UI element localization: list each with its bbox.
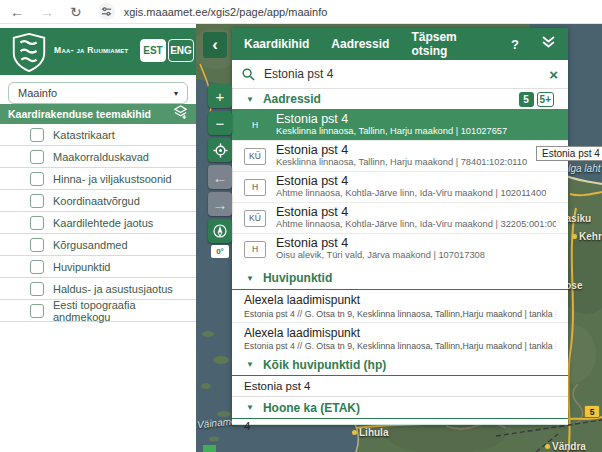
checkbox[interactable] <box>30 238 44 252</box>
address-bar[interactable]: xgis.maaamet.ee/xgis2/page/app/maainfo <box>98 3 328 20</box>
section-header-aadressid[interactable]: ▼ Aadressid 5 5+ <box>232 89 568 109</box>
result-subtitle: Oisu alevik, Türi vald, Järva maakond | … <box>276 250 485 262</box>
poi-result-row[interactable]: Alexela laadimispunkt Estonia pst 4 // G… <box>232 322 568 354</box>
collapse-chevrons-icon[interactable] <box>541 35 556 53</box>
locate-icon <box>213 143 228 158</box>
section-header-koik-huvipunktid[interactable]: ▼ Kõik huvipunktid (hp) <box>232 354 568 376</box>
search-icon <box>242 68 255 81</box>
clear-search-icon[interactable]: × <box>549 67 558 82</box>
zoom-out-button[interactable]: − <box>208 111 232 135</box>
checkbox[interactable] <box>30 304 44 318</box>
poi-result-row[interactable]: Alexela laadimispunkt Estonia pst 4 // G… <box>232 290 568 322</box>
layer-row-katastrikaart[interactable]: Katastrikaart <box>0 124 196 146</box>
triangle-down-icon: ▼ <box>246 95 254 104</box>
checkbox[interactable] <box>30 172 44 186</box>
checkbox[interactable] <box>30 150 44 164</box>
address-result-row[interactable]: KÜ Estonia pst 4 Ahtme linnaosa, Kohtla-… <box>232 202 568 233</box>
map-label-vandra: Vändra <box>545 441 586 452</box>
result-title: Estonia pst 4 <box>276 174 546 188</box>
search-bar: × <box>232 60 568 89</box>
checkbox[interactable] <box>30 194 44 208</box>
road-shield-5: 5 <box>584 405 600 418</box>
compass-icon <box>212 223 228 239</box>
result-type-badge: H <box>244 116 266 133</box>
result-subtitle: Kesklinna linnaosa, Tallinn, Harju maako… <box>276 157 527 169</box>
history-forward-button[interactable]: → <box>208 192 232 216</box>
layer-row-haldus-ja-asustusjaotus[interactable]: Haldus- ja asustusjaotus <box>0 278 196 300</box>
browser-reload-icon[interactable]: ↻ <box>70 5 82 19</box>
town-dot-icon <box>545 444 550 449</box>
layer-row-eesti-topograafia-andmekogu[interactable]: Eesti topograafia andmekogu <box>0 300 196 322</box>
address-result-row[interactable]: H Estonia pst 4 Ahtme linnaosa, Kohtla-J… <box>232 171 568 202</box>
rotation-indicator[interactable]: 0° <box>211 245 229 258</box>
map-label-kehra: Kehra <box>572 231 602 242</box>
result-subtitle: Ahtme linnaosa, Kohtla-Järve linn, Ida-V… <box>276 219 556 231</box>
language-eng-button[interactable]: ENG <box>168 39 194 62</box>
result-title: Estonia pst 4 <box>276 143 527 157</box>
result-type-badge: KÜ <box>244 210 266 227</box>
address-result-row[interactable]: KÜ Estonia pst 4 Kesklinna linnaosa, Tal… <box>232 140 568 171</box>
address-result-row[interactable]: H Estonia pst 4 Oisu alevik, Türi vald, … <box>232 233 568 264</box>
app-dropdown-value: Maainfo <box>18 87 174 99</box>
section-header-hoone-ka-etak[interactable]: ▼ Hoone ka (ETAK) <box>232 397 568 419</box>
layer-row-kaardilehtede-jaotus[interactable]: Kaardilehtede jaotus <box>0 212 196 234</box>
search-input[interactable] <box>262 66 542 82</box>
history-back-button[interactable]: ← <box>208 165 232 189</box>
brand-name: Maa- ja Ruumiamet <box>54 45 129 55</box>
address-result-row[interactable]: H Estonia pst 4 Kesklinna linnaosa, Tall… <box>232 109 568 140</box>
panel-collapse-button[interactable]: ‹ <box>203 32 227 58</box>
result-type-badge: H <box>244 241 266 258</box>
tab-tapsem-otsing[interactable]: Täpsem otsing <box>411 30 467 58</box>
chevron-left-icon: ‹ <box>212 35 218 55</box>
map-marker <box>203 445 216 452</box>
locate-button[interactable] <box>208 138 232 162</box>
layer-row-koordinaatvorgud[interactable]: Koordinaatvõrgud <box>0 190 196 212</box>
layer-row-hinna-ja-viljakustsoonid[interactable]: Hinna- ja viljakustsoonid <box>0 168 196 190</box>
triangle-down-icon: ▼ <box>246 274 254 283</box>
layer-row-huvipunktid[interactable]: Huvipunktid <box>0 256 196 278</box>
url-text[interactable]: xgis.maaamet.ee/xgis2/page/app/maainfo <box>124 6 328 18</box>
checkbox[interactable] <box>30 128 44 142</box>
poi-title: Alexela laadimispunkt <box>244 293 556 309</box>
language-est-button[interactable]: EST <box>140 39 166 62</box>
section-header-huvipunktid[interactable]: ▼ Huvipunktid <box>232 267 568 290</box>
checkbox[interactable] <box>30 216 44 230</box>
coat-of-arms-logo-icon <box>10 32 48 76</box>
zoom-in-button[interactable]: + <box>208 84 232 108</box>
checkbox[interactable] <box>30 282 44 296</box>
building-value-row[interactable]: 4 <box>232 419 568 433</box>
themes-title: Kaardirakenduse teemakihid <box>8 108 173 120</box>
result-count-badge: 5 <box>519 92 534 107</box>
checkbox[interactable] <box>30 260 44 274</box>
search-panel: Kaardikihid Aadressid Täpsem otsing ? × … <box>232 28 568 425</box>
app-dropdown[interactable]: Maainfo ▾ <box>8 82 188 104</box>
poi-subtitle: Estonia pst 4 // G. Otsa tn 9, Kesklinna… <box>244 309 556 319</box>
poi-subtitle: Estonia pst 4 // G. Otsa tn 9, Kesklinna… <box>244 341 556 351</box>
browser-toolbar: ← → ↻ xgis.maaamet.ee/xgis2/page/app/maa… <box>0 0 602 24</box>
result-title: Estonia pst 4 <box>276 112 507 126</box>
all-poi-value-row[interactable]: Estonia pst 4 <box>232 376 568 397</box>
site-settings-icon[interactable] <box>98 3 115 20</box>
browser-back-icon[interactable]: ← <box>10 5 24 19</box>
minus-icon: − <box>216 115 225 132</box>
chevron-down-icon: ▾ <box>174 89 178 98</box>
themes-header: Kaardirakenduse teemakihid <box>0 104 196 124</box>
compass-button[interactable] <box>208 219 232 243</box>
triangle-down-icon: ▼ <box>246 360 254 369</box>
browser-forward-icon[interactable]: → <box>40 5 54 19</box>
sidebar: Maa- ja Ruumiamet EST ENG Maainfo ▾ Kaar… <box>0 24 196 452</box>
layer-list: Katastrikaart Maakorralduskavad Hinna- j… <box>0 124 196 322</box>
layer-row-korgusandmed[interactable]: Kõrgusandmed <box>0 234 196 256</box>
plus-icon: + <box>216 88 225 105</box>
app-header: Maa- ja Ruumiamet EST ENG <box>0 28 196 75</box>
more-results-badge[interactable]: 5+ <box>537 92 554 107</box>
town-dot-icon <box>572 234 577 239</box>
tab-aadressid[interactable]: Aadressid <box>331 37 389 51</box>
result-type-badge: H <box>244 179 266 196</box>
help-icon[interactable]: ? <box>511 37 519 52</box>
layers-collapse-icon[interactable] <box>173 105 188 123</box>
result-subtitle: Ahtme linnaosa, Kohtla-Järve linn, Ida-V… <box>276 188 546 200</box>
layer-row-maakorralduskavad[interactable]: Maakorralduskavad <box>0 146 196 168</box>
tab-kaardikihid[interactable]: Kaardikihid <box>244 37 309 51</box>
result-subtitle: Kesklinna linnaosa, Tallinn, Harju maako… <box>276 126 507 138</box>
